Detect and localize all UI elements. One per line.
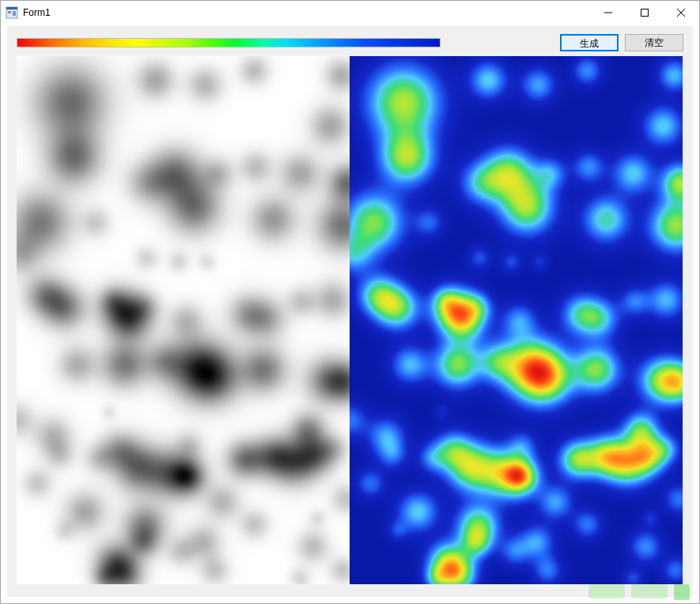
generate-button[interactable]: 生成 [560,34,619,51]
close-button[interactable] [663,1,699,25]
window-controls [590,1,699,25]
svg-rect-5 [641,9,649,17]
heatmap-panels [17,56,683,584]
svg-rect-3 [13,11,16,16]
maximize-button[interactable] [626,1,663,25]
color-heatmap-panel [350,56,683,584]
client-area: 生成 清空 [7,26,693,597]
app-icon [6,6,18,19]
clear-button[interactable]: 清空 [625,34,683,51]
color-legend-bar [17,38,441,47]
watermark-overlay [588,584,690,600]
button-group: 生成 清空 [560,34,683,51]
svg-rect-1 [6,7,17,9]
app-window: Form1 生成 清空 [0,0,700,604]
grayscale-density-panel [17,56,350,584]
minimize-button[interactable] [590,1,626,25]
toolbar-row: 生成 清空 [17,34,683,51]
window-title: Form1 [23,7,51,18]
svg-rect-2 [8,11,11,13]
